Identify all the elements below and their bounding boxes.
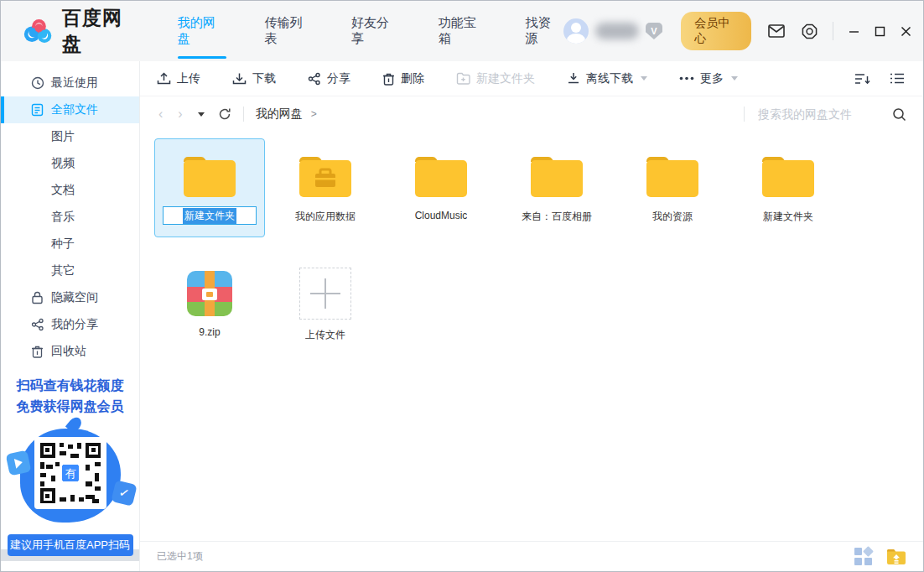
- tab-friend-share[interactable]: 好友分享: [350, 7, 402, 55]
- upload-file-tile[interactable]: 上传文件: [270, 255, 381, 354]
- offline-download-icon: [567, 72, 580, 85]
- sidebar-item-others[interactable]: 其它: [1, 257, 139, 284]
- main-nav: 我的网盘 传输列表 好友分享 功能宝箱 找资源: [176, 7, 563, 55]
- breadcrumb-bar: ‹ › 我的网盘 >: [140, 96, 923, 132]
- file-tile-new-folder[interactable]: 新建文件夹: [733, 138, 844, 237]
- file-name: 来自：百度相册: [522, 210, 592, 224]
- breadcrumb-separator: >: [311, 108, 317, 120]
- delete-button[interactable]: 删除: [382, 71, 424, 86]
- play-badge-icon: [6, 450, 32, 476]
- history-dropdown-icon[interactable]: [198, 112, 205, 117]
- file-name: CloudMusic: [415, 210, 468, 221]
- baidu-pan-logo-icon: [23, 17, 54, 45]
- sidebar-item-recycle-bin[interactable]: 回收站: [1, 338, 139, 365]
- qr-center-glyph: 有: [65, 467, 76, 480]
- sidebar-item-label: 全部文件: [51, 102, 98, 117]
- sidebar-item-hidden-space[interactable]: 隐藏空间: [1, 284, 139, 311]
- sidebar-item-label: 回收站: [51, 344, 86, 359]
- sidebar-item-label: 最近使用: [51, 75, 98, 91]
- trash-icon: [382, 72, 395, 86]
- folder-upload-icon[interactable]: [886, 549, 906, 565]
- grid-view-icon[interactable]: [854, 548, 873, 566]
- search-icon[interactable]: [892, 107, 906, 122]
- file-tile-app-data[interactable]: 我的应用数据: [270, 138, 381, 237]
- settings-icon[interactable]: [802, 23, 818, 39]
- file-name: 我的资源: [652, 210, 693, 224]
- clock-icon: [31, 76, 44, 90]
- file-name: 9.zip: [199, 326, 220, 338]
- file-tile-new-folder-editing[interactable]: 新建文件夹: [154, 138, 265, 237]
- zip-file-icon: [186, 269, 233, 318]
- sidebar-item-pictures[interactable]: 图片: [1, 123, 139, 150]
- minimize-button[interactable]: [849, 26, 859, 37]
- file-tile-zip[interactable]: 9.zip: [154, 255, 265, 354]
- breadcrumb-path[interactable]: 我的网盘: [256, 107, 303, 122]
- username-blurred: [595, 23, 639, 39]
- sidebar: 最近使用 全部文件 图片 视频 文档 音乐 种子 其它: [1, 61, 140, 571]
- upload-button[interactable]: 上传: [157, 71, 200, 86]
- toolbar: 上传 下载 分享 删除 新建文件夹: [140, 61, 923, 96]
- lock-icon: [31, 291, 44, 304]
- sidebar-item-documents[interactable]: 文档: [1, 177, 139, 204]
- sidebar-item-videos[interactable]: 视频: [1, 150, 139, 177]
- folder-icon: [760, 153, 817, 201]
- download-button[interactable]: 下载: [232, 71, 276, 86]
- new-folder-button[interactable]: 新建文件夹: [456, 71, 535, 86]
- maximize-button[interactable]: [875, 26, 885, 37]
- more-dots-icon: [679, 76, 694, 81]
- check-badge-icon: ✓: [111, 480, 138, 507]
- promo-line1: 扫码查有钱花额度: [1, 375, 139, 396]
- folder-icon: [528, 153, 585, 201]
- file-name: 我的应用数据: [295, 210, 356, 224]
- promo-line2: 免费获得网盘会员: [1, 396, 139, 417]
- sort-order-icon[interactable]: [854, 72, 871, 86]
- sidebar-item-music[interactable]: 音乐: [1, 204, 139, 231]
- view-mode-icon[interactable]: [890, 72, 905, 85]
- more-button[interactable]: 更多: [679, 71, 738, 86]
- file-tile-baidu-album[interactable]: 来自：百度相册: [501, 138, 612, 237]
- header: 百度网盘 我的网盘 传输列表 好友分享 功能宝箱 找资源 V 会员中心: [1, 1, 923, 61]
- breadcrumb-divider: [243, 107, 244, 122]
- chevron-down-icon: [731, 76, 738, 81]
- vip-level-badge: V: [646, 23, 662, 39]
- nav-forward-icon[interactable]: ›: [178, 107, 182, 122]
- promo-banner[interactable]: 扫码查有钱花额度 免费获得网盘会员 ✓: [1, 365, 139, 561]
- app-folder-icon: [297, 153, 354, 201]
- close-button[interactable]: [901, 26, 911, 37]
- nav-back-icon[interactable]: ‹: [158, 107, 163, 122]
- folder-icon: [413, 153, 470, 201]
- trash-icon: [31, 345, 44, 358]
- promo-scan-button[interactable]: 建议用手机百度APP扫码: [8, 534, 133, 556]
- share-button[interactable]: 分享: [308, 71, 350, 86]
- tab-my-drive[interactable]: 我的网盘: [176, 7, 228, 55]
- rename-selected-text: 新建文件夹: [183, 208, 236, 224]
- selection-count: 已选中1项: [157, 549, 203, 564]
- vip-center-button[interactable]: 会员中心: [681, 12, 751, 50]
- file-tile-my-resources[interactable]: 我的资源: [617, 138, 728, 237]
- sidebar-item-recent[interactable]: 最近使用: [1, 70, 139, 96]
- file-name: 上传文件: [305, 328, 345, 342]
- folder-icon: [644, 153, 701, 201]
- content-area: 上传 下载 分享 删除 新建文件夹: [140, 61, 923, 571]
- new-folder-icon: [456, 72, 470, 85]
- sidebar-item-torrents[interactable]: 种子: [1, 231, 139, 257]
- sidebar-item-my-shares[interactable]: 我的分享: [1, 311, 139, 338]
- tab-toolbox[interactable]: 功能宝箱: [437, 7, 489, 55]
- offline-download-button[interactable]: 离线下载: [567, 71, 647, 86]
- refresh-icon[interactable]: [218, 107, 231, 121]
- search-input[interactable]: [758, 107, 892, 121]
- rename-input[interactable]: 新建文件夹: [163, 206, 257, 225]
- header-divider: [833, 22, 833, 40]
- header-right: V 会员中心: [563, 12, 911, 50]
- plus-icon: [299, 268, 351, 320]
- upload-icon: [157, 72, 171, 86]
- app-logo: 百度网盘: [23, 5, 141, 57]
- file-tile-cloudmusic[interactable]: CloudMusic: [386, 138, 496, 237]
- tab-transfer-list[interactable]: 传输列表: [262, 7, 314, 55]
- file-icon: [31, 103, 44, 117]
- tab-find-resources[interactable]: 找资源: [524, 7, 563, 55]
- app-title: 百度网盘: [62, 5, 141, 57]
- user-avatar[interactable]: [563, 18, 589, 44]
- sidebar-item-all-files[interactable]: 全部文件: [1, 96, 139, 123]
- mail-icon[interactable]: [768, 24, 785, 38]
